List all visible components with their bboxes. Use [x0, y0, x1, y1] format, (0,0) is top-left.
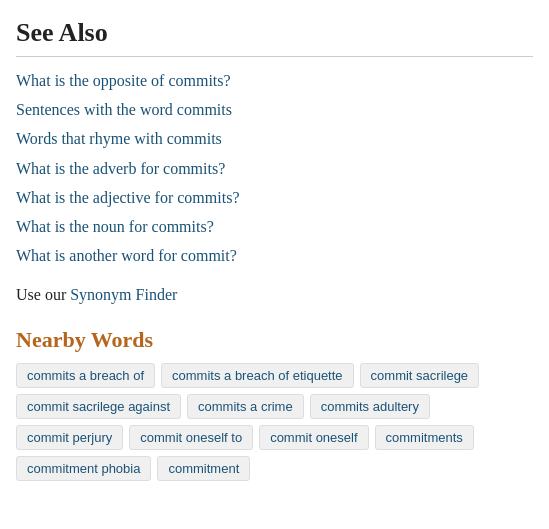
- nearby-word-tag[interactable]: commitment phobia: [16, 456, 151, 481]
- synonym-prefix: Use our: [16, 286, 70, 303]
- see-also-link[interactable]: Sentences with the word commits: [16, 101, 232, 118]
- see-also-link[interactable]: What is the noun for commits?: [16, 218, 214, 235]
- see-also-link[interactable]: What is the adjective for commits?: [16, 189, 239, 206]
- list-item: What is the noun for commits?: [16, 213, 533, 240]
- nearby-word-tag[interactable]: commit sacrilege against: [16, 394, 181, 419]
- nearby-word-tag[interactable]: commits a crime: [187, 394, 304, 419]
- nearby-word-tag[interactable]: commits a breach of etiquette: [161, 363, 354, 388]
- synonym-finder-line: Use our Synonym Finder: [16, 281, 533, 308]
- list-item: What is the adjective for commits?: [16, 184, 533, 211]
- list-item: Words that rhyme with commits: [16, 125, 533, 152]
- nearby-word-tag[interactable]: commits adultery: [310, 394, 430, 419]
- see-also-link[interactable]: What is another word for commit?: [16, 247, 237, 264]
- list-item: What is another word for commit?: [16, 242, 533, 269]
- list-item: What is the opposite of commits?: [16, 67, 533, 94]
- see-also-link[interactable]: What is the adverb for commits?: [16, 160, 225, 177]
- see-also-links: What is the opposite of commits?Sentence…: [16, 67, 533, 269]
- nearby-word-tag[interactable]: commit oneself to: [129, 425, 253, 450]
- divider: [16, 56, 533, 57]
- see-also-link[interactable]: What is the opposite of commits?: [16, 72, 231, 89]
- see-also-link[interactable]: Words that rhyme with commits: [16, 130, 222, 147]
- nearby-word-tag[interactable]: commitment: [157, 456, 250, 481]
- nearby-word-tag[interactable]: commitments: [375, 425, 474, 450]
- nearby-words-container: commits a breach ofcommits a breach of e…: [16, 363, 533, 481]
- list-item: What is the adverb for commits?: [16, 155, 533, 182]
- list-item: Sentences with the word commits: [16, 96, 533, 123]
- see-also-title: See Also: [16, 18, 533, 48]
- synonym-finder-link[interactable]: Synonym Finder: [70, 286, 177, 303]
- nearby-word-tag[interactable]: commit oneself: [259, 425, 368, 450]
- nearby-word-tag[interactable]: commits a breach of: [16, 363, 155, 388]
- nearby-words-title: Nearby Words: [16, 327, 533, 353]
- nearby-word-tag[interactable]: commit perjury: [16, 425, 123, 450]
- nearby-word-tag[interactable]: commit sacrilege: [360, 363, 480, 388]
